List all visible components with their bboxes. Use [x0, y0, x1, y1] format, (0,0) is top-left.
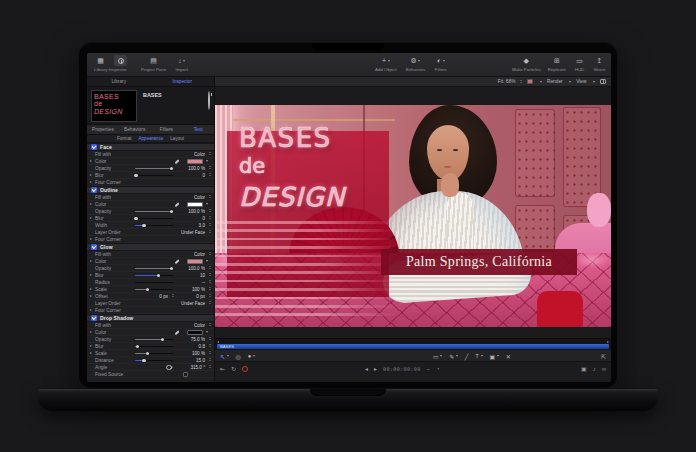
disclosure-icon[interactable] — [90, 309, 92, 311]
disclosure-icon[interactable] — [90, 181, 92, 183]
disclosure-icon[interactable] — [90, 331, 92, 333]
timecode-mode-icon[interactable]: ◔ — [436, 366, 440, 372]
scale-slider[interactable] — [135, 289, 173, 291]
behaviors-button[interactable]: ⚙ Behaviors — [406, 55, 426, 72]
title-text-layer[interactable]: BASES de DESIGN — [239, 125, 345, 210]
render-menu[interactable]: Render — [547, 79, 563, 84]
tab-text[interactable]: Text — [182, 127, 214, 132]
disclosure-icon[interactable] — [90, 274, 92, 276]
record-button[interactable] — [242, 366, 248, 372]
layout-grid-icon[interactable] — [600, 79, 606, 84]
color-swatch[interactable] — [187, 202, 203, 207]
paint-tool[interactable]: ● — [248, 353, 255, 359]
library-button[interactable]: ▦ — [94, 55, 107, 66]
channel-swatch-icon[interactable] — [527, 79, 533, 84]
subtab-appearance[interactable]: Appearance — [138, 136, 163, 141]
checkbox-checked-icon[interactable] — [91, 144, 97, 150]
tab-library[interactable]: Library — [87, 79, 151, 84]
disclosure-icon[interactable] — [90, 160, 92, 162]
stepper[interactable] — [209, 273, 211, 276]
filters-button[interactable]: ◐ Filters — [434, 55, 447, 72]
rectangle-tool[interactable]: ▭ — [433, 353, 442, 360]
stepper[interactable] — [209, 337, 211, 340]
disclosure-icon[interactable] — [90, 203, 92, 205]
blur-slider[interactable] — [135, 346, 173, 348]
offset-y-value[interactable]: 0 px — [175, 293, 205, 300]
view-menu[interactable]: View — [576, 79, 586, 84]
stepper[interactable] — [209, 195, 211, 198]
color-swatch[interactable] — [187, 159, 203, 164]
make-particles-button[interactable]: ◆ Make Particles — [512, 55, 541, 72]
popup-value[interactable]: Color — [175, 322, 205, 329]
subtab-layout[interactable]: Layout — [170, 136, 184, 141]
stepper[interactable] — [209, 365, 211, 368]
add-object-button[interactable]: + Add Object — [375, 55, 397, 72]
stepper[interactable] — [209, 287, 211, 290]
blur-slider[interactable] — [135, 175, 173, 177]
inspector-button[interactable] — [114, 55, 127, 66]
color-swatch[interactable] — [187, 259, 203, 264]
eyedropper-icon[interactable] — [174, 330, 180, 336]
offset-x-value[interactable]: 0 px — [144, 293, 168, 300]
stepper[interactable] — [209, 294, 211, 297]
tab-inspector[interactable]: Inspector — [151, 79, 215, 84]
stepper[interactable] — [209, 252, 211, 255]
replicate-button[interactable]: ⊞ Replicate — [548, 55, 566, 72]
stepper[interactable] — [209, 358, 211, 361]
popup-value[interactable]: Under Face — [175, 300, 205, 307]
blur-slider[interactable] — [135, 218, 173, 220]
disclosure-icon[interactable] — [90, 238, 92, 240]
checkbox-unchecked-icon[interactable] — [183, 372, 188, 377]
disclosure-icon[interactable] — [90, 288, 92, 290]
close-tool[interactable]: ✕ — [506, 353, 511, 360]
eyedropper-icon[interactable] — [174, 159, 180, 165]
location-banner-layer[interactable]: Palm Springs, Califórnia — [381, 249, 577, 275]
popup-value[interactable]: Color — [175, 251, 205, 258]
subtab-format[interactable]: Format — [117, 136, 132, 141]
link-icon[interactable]: ∞ — [602, 366, 606, 372]
project-pane-button[interactable]: ▤ Project Pane — [141, 55, 166, 72]
eyedropper-icon[interactable] — [174, 202, 180, 208]
loop-button[interactable]: ↻ — [231, 365, 236, 372]
stepper[interactable] — [209, 266, 211, 269]
stepper[interactable] — [209, 344, 211, 347]
checkbox-checked-icon[interactable] — [91, 244, 97, 250]
disclosure-icon[interactable] — [90, 345, 92, 347]
share-button[interactable]: ↥ Share — [593, 55, 606, 72]
popup-value[interactable]: Under Face — [175, 229, 205, 236]
stepper[interactable] — [209, 152, 211, 155]
scale-slider[interactable] — [135, 353, 173, 355]
disclosure-icon[interactable] — [90, 217, 92, 219]
stepper[interactable] — [209, 230, 211, 233]
eyedropper-icon[interactable] — [174, 259, 180, 265]
tab-properties[interactable]: Properties — [87, 127, 119, 132]
checkbox-checked-icon[interactable] — [91, 315, 97, 321]
disclosure-icon[interactable] — [90, 174, 92, 176]
checkbox-checked-icon[interactable] — [91, 187, 97, 193]
step-back-button[interactable]: ◂ — [365, 365, 368, 372]
stepper[interactable] — [209, 351, 211, 354]
object-thumbnail[interactable]: BASES de DESIGN — [91, 90, 137, 122]
stepper[interactable] — [209, 173, 211, 176]
stepper[interactable] — [209, 209, 211, 212]
mask-tool[interactable]: ▣ — [490, 353, 499, 360]
popup-value[interactable]: Color — [175, 194, 205, 201]
transform-icon[interactable]: ⇱ — [601, 353, 606, 360]
line-tool[interactable]: ╱ — [465, 353, 469, 360]
adjust-tool[interactable]: ◎ — [236, 353, 241, 360]
audio-icon[interactable]: ♪ — [593, 366, 596, 372]
go-to-start-button[interactable]: ⇤ — [220, 365, 225, 372]
select-tool[interactable]: ↖ — [220, 353, 229, 360]
blur-slider[interactable] — [135, 275, 173, 277]
bezier-tool[interactable]: ✎ — [449, 353, 458, 360]
radius-slider[interactable] — [135, 282, 173, 284]
zoom-fit-control[interactable]: Fit: 68% — [498, 79, 516, 84]
stepper[interactable] — [209, 216, 211, 219]
opacity-slider[interactable] — [135, 211, 173, 213]
distance-slider[interactable] — [135, 360, 173, 362]
color-swatch[interactable] — [187, 330, 203, 335]
info-icon[interactable] — [208, 92, 210, 110]
opacity-slider[interactable] — [135, 339, 173, 341]
stepper[interactable] — [520, 80, 522, 83]
timecode-display[interactable]: 00:00:00:00 — [383, 366, 421, 372]
